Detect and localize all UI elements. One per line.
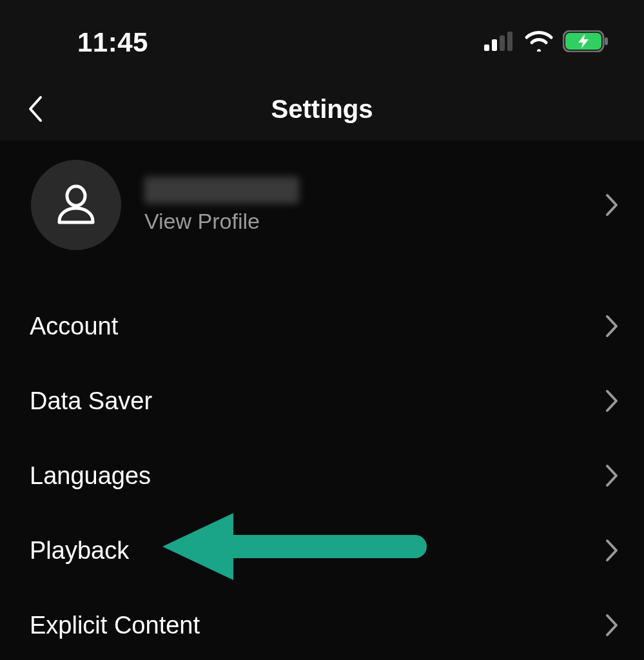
settings-label: Playback [30, 537, 129, 565]
settings-row-explicit-content[interactable]: Explicit Content [0, 588, 644, 660]
svg-rect-0 [484, 44, 489, 51]
settings-label: Explicit Content [30, 612, 200, 639]
person-icon [55, 184, 97, 226]
profile-row[interactable]: View Profile [0, 141, 644, 269]
wifi-icon [524, 31, 554, 54]
settings-list: Account Data Saver Languages Playback Ex [0, 269, 644, 660]
status-bar: 11:45 [0, 0, 644, 77]
svg-rect-3 [507, 32, 512, 51]
settings-label: Account [30, 313, 118, 340]
chevron-right-icon [605, 539, 618, 562]
profile-name-redacted [144, 177, 299, 204]
settings-row-playback[interactable]: Playback [0, 513, 644, 588]
svg-rect-2 [500, 35, 505, 51]
chevron-left-icon [26, 95, 43, 123]
content: View Profile Account Data Saver Language… [0, 141, 644, 660]
avatar [31, 160, 121, 250]
settings-row-languages[interactable]: Languages [0, 438, 644, 513]
svg-rect-6 [605, 37, 608, 45]
page-title: Settings [0, 95, 644, 124]
status-indicators [484, 30, 609, 55]
chevron-right-icon [605, 389, 618, 412]
chevron-right-icon [605, 614, 618, 637]
chevron-right-icon [605, 315, 618, 338]
navbar: Settings [0, 77, 644, 141]
chevron-right-icon [605, 464, 618, 487]
chevron-right-icon [605, 193, 618, 217]
view-profile-label: View Profile [144, 209, 605, 234]
settings-label: Data Saver [30, 387, 152, 415]
settings-label: Languages [30, 462, 151, 490]
cellular-icon [484, 32, 515, 53]
battery-charging-icon [563, 30, 609, 55]
back-button[interactable] [21, 95, 49, 123]
status-time: 11:45 [77, 27, 148, 58]
profile-text: View Profile [144, 177, 605, 234]
settings-row-account[interactable]: Account [0, 289, 644, 364]
settings-row-data-saver[interactable]: Data Saver [0, 364, 644, 438]
svg-rect-1 [492, 39, 497, 51]
